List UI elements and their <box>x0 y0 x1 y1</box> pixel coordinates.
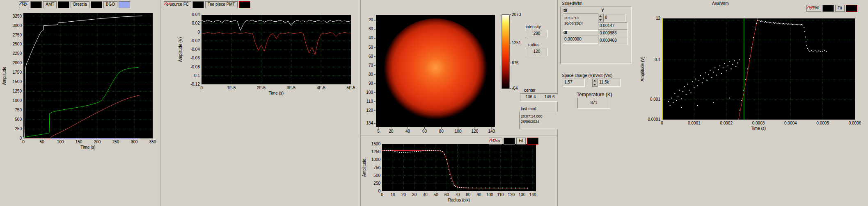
svg-text:0: 0 <box>200 86 203 90</box>
legend-item-brescia[interactable]: Brescia <box>71 1 89 8</box>
y-index-value[interactable]: 0 <box>603 14 625 22</box>
radius-label: radius <box>528 43 539 47</box>
svg-text:Radius (pix): Radius (pix) <box>448 198 470 202</box>
svg-text:500: 500 <box>373 173 380 178</box>
svg-text:Time (s): Time (s) <box>80 145 95 149</box>
svg-text:2250: 2250 <box>13 51 22 56</box>
data-plot-icon[interactable] <box>504 138 515 145</box>
svg-text:5: 5 <box>377 129 380 134</box>
profile-graph[interactable]: 0102030405060708090100110120130140025050… <box>361 136 557 206</box>
increment-arrow-icon[interactable] <box>598 14 603 18</box>
y-index-spinner[interactable] <box>598 14 604 22</box>
tee-piece-pmt-plot-icon[interactable] <box>239 1 250 8</box>
svg-text:0.02: 0.02 <box>192 21 200 25</box>
svg-text:1000: 1000 <box>13 98 22 103</box>
svg-text:0.0001: 0.0001 <box>688 121 701 125</box>
svg-text:250: 250 <box>112 140 119 144</box>
y-array-element-1: 0.000986 <box>598 29 628 38</box>
svg-text:1500: 1500 <box>13 79 22 84</box>
svg-text:5E-5: 5E-5 <box>346 86 355 90</box>
svg-text:200: 200 <box>94 140 101 144</box>
legend-item-amt[interactable]: AMT <box>43 1 57 8</box>
intensity-panel: 5204060801001201402030405060708090100110… <box>361 0 558 206</box>
increment-arrow-icon[interactable] <box>593 79 598 83</box>
svg-text:4E-5: 4E-5 <box>317 86 326 90</box>
legend-item-bgo[interactable]: BGO <box>103 1 117 8</box>
svg-text:1250: 1250 <box>13 89 22 93</box>
svg-text:0.0004: 0.0004 <box>784 121 797 125</box>
svg-text:100: 100 <box>366 90 373 95</box>
sipm-plot-icon[interactable] <box>822 5 834 12</box>
svg-text:Amplitude (V): Amplitude (V) <box>640 57 645 81</box>
dvdt-spinner[interactable] <box>592 79 598 87</box>
svg-text:750: 750 <box>373 165 380 170</box>
dvdt-value[interactable]: 11.5k <box>598 79 621 87</box>
bgo-plot-icon[interactable] <box>119 1 130 8</box>
center-x-value: 136.4 <box>520 93 541 102</box>
svg-text:1E-5: 1E-5 <box>227 86 236 90</box>
svg-text:40: 40 <box>405 129 410 134</box>
svg-text:100: 100 <box>486 192 493 197</box>
legend-item-fit[interactable]: Fit <box>516 138 526 145</box>
svg-text:120: 120 <box>472 129 479 134</box>
temperature-value: 871 <box>577 98 610 109</box>
t0-value: 20:07:13 26/06/2024 <box>563 14 599 31</box>
svg-text:0.0005: 0.0005 <box>816 121 829 125</box>
amt-plot-icon[interactable] <box>58 1 69 8</box>
brescia-plot-icon[interactable] <box>91 1 102 8</box>
svg-text:300: 300 <box>131 140 138 144</box>
td-plot-icon[interactable] <box>30 1 42 8</box>
svg-text:0.1: 0.1 <box>655 57 660 62</box>
analwfm-graph[interactable]: 00.00010.00020.00030.00040.00050.0006120… <box>640 11 868 135</box>
svg-text:-0.06: -0.06 <box>190 56 200 60</box>
svg-text:0: 0 <box>197 30 200 34</box>
svg-text:20: 20 <box>389 129 394 134</box>
svg-text:50: 50 <box>434 192 439 197</box>
svg-text:2E-5: 2E-5 <box>257 86 266 90</box>
e-source-fc-plot-icon[interactable] <box>192 1 204 8</box>
legend-item-tee-piece-pmt[interactable]: Tee piece PMT <box>205 1 238 8</box>
svg-text:Time (s): Time (s) <box>269 91 284 95</box>
svg-text:0.001: 0.001 <box>650 97 660 102</box>
svg-text:2500: 2500 <box>13 42 22 46</box>
svg-text:110: 110 <box>366 99 373 104</box>
analwfm-title: AnalWfm <box>712 1 729 6</box>
svg-text:2073: 2073 <box>512 12 521 17</box>
svg-text:90: 90 <box>476 192 481 197</box>
analysis-panel: StoredWfm t0 20:07:13 26/06/2024 dt 0.00… <box>558 0 868 206</box>
legend-item-fit[interactable]: Fit <box>835 5 845 12</box>
svg-text:80: 80 <box>466 192 471 197</box>
svg-text:70: 70 <box>455 192 460 197</box>
fit-plot-icon[interactable] <box>527 138 538 145</box>
decrement-arrow-icon[interactable] <box>593 83 598 86</box>
svg-text:60: 60 <box>369 54 373 59</box>
y-array-element-0: 0.00147 <box>598 22 628 30</box>
svg-text:20: 20 <box>401 192 406 197</box>
svg-text:2750: 2750 <box>13 33 22 37</box>
svg-text:134: 134 <box>366 121 373 125</box>
pmt-graph[interactable]: 01E-52E-53E-54E-55E-50.040.020-0.02-0.04… <box>160 0 360 102</box>
svg-text:-0.02: -0.02 <box>190 38 200 43</box>
svg-text:30: 30 <box>412 192 417 197</box>
pmt-chart-panel: e-source FCTee piece PMT 01E-52E-53E-54E… <box>160 0 361 206</box>
svg-text:20: 20 <box>369 18 373 22</box>
svg-text:750: 750 <box>15 108 22 112</box>
svg-text:0.0002: 0.0002 <box>720 121 733 125</box>
svg-text:0: 0 <box>19 136 22 140</box>
svg-text:Amplitude (V): Amplitude (V) <box>178 37 183 62</box>
svg-text:Amplitude: Amplitude <box>362 158 366 177</box>
decrement-arrow-icon[interactable] <box>598 18 603 22</box>
svg-text:-0.12: -0.12 <box>190 82 200 86</box>
svg-text:-0.1: -0.1 <box>193 73 200 78</box>
svg-text:100: 100 <box>57 140 64 144</box>
svg-text:250: 250 <box>15 127 22 131</box>
svg-text:0.0006: 0.0006 <box>849 121 861 125</box>
svg-text:1251: 1251 <box>512 41 521 45</box>
svg-text:40: 40 <box>423 192 428 197</box>
t0-label: t0 <box>563 8 567 13</box>
scalers-graph[interactable]: 0501001502002503003500250500750100012501… <box>0 6 160 163</box>
intensity-value: 290 <box>526 30 548 38</box>
fit-plot-icon[interactable] <box>846 5 857 12</box>
scalers-chart-panel: TDAMTBresciaBGO 050100150200250300350025… <box>0 0 160 206</box>
lastmod-value: 20:07:14.000 26/06/2024 <box>519 112 560 129</box>
